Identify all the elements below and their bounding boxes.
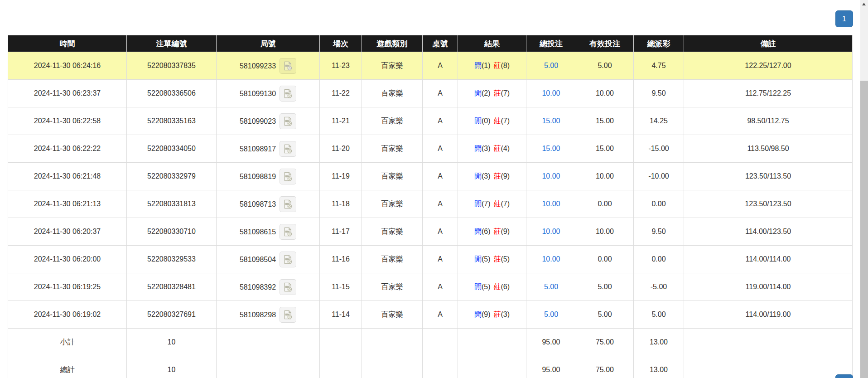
video-replay-button[interactable] [280,307,296,323]
cell-bet-id: 522080334050 [127,135,217,163]
cell-total-bet: 5.00 [526,301,576,329]
result-player-label: 閒 [474,200,482,208]
cell-total-payout: 0.00 [634,190,684,218]
cell-bet-id: 522080337835 [127,52,217,80]
cell-valid-bet: 0.00 [576,246,634,273]
total-bet-link[interactable]: 10.00 [542,172,560,180]
cell-total-payout: 4.75 [634,52,684,80]
grand-total-valid-bet: 75.00 [576,356,634,378]
total-bet-link[interactable]: 5.00 [544,62,558,69]
subtotal-valid-bet: 75.00 [576,329,634,356]
table-row: 2024-11-30 06:22:22 522080334050 5810989… [8,135,853,163]
cell-remark: 123.50/113.50 [684,163,853,190]
cell-session: 11-19 [320,163,362,190]
video-file-icon [283,227,293,237]
result-banker-label: 莊 [494,62,501,69]
cell-bet-id: 522080327691 [127,301,217,329]
result-banker-value: (6) [501,283,510,291]
result-banker-value: (7) [501,117,510,125]
cell-valid-bet: 5.00 [576,301,634,329]
cell-game-type: 百家樂 [362,107,423,135]
subtotal-empty-result [458,329,526,356]
grand-total-empty-game-type [362,356,423,378]
round-number: 581098917 [240,145,276,152]
cell-valid-bet: 0.00 [576,190,634,218]
subtotal-empty-session [320,329,362,356]
video-replay-button[interactable] [280,279,296,295]
cell-session: 11-17 [320,218,362,246]
subtotal-label: 小計 [8,329,127,356]
total-bet-link[interactable]: 15.00 [542,145,560,152]
cell-remark: 113.50/98.50 [684,135,853,163]
result-player-label: 閒 [474,172,482,180]
grand-total-total-payout: 13.00 [634,356,684,378]
result-player-value: (3) [482,172,491,180]
pagination-page-1-button[interactable]: 1 [835,10,853,27]
video-replay-button[interactable] [280,169,296,184]
round-number: 581098392 [240,283,276,291]
cell-bet-id: 522080329533 [127,246,217,273]
cell-remark: 119.00/114.00 [684,273,853,301]
total-bet-link[interactable]: 5.00 [544,310,558,318]
cell-time: 2024-11-30 06:19:02 [8,301,127,329]
scrollbar-up-arrow-icon[interactable] [862,3,866,5]
table-footer: 小計 10 95.00 75.00 13.00 總計 10 95.00 75.0… [8,329,853,378]
header-game-type: 遊戲類別 [362,35,423,52]
result-player-value: (3) [482,145,491,152]
cell-total-bet: 10.00 [526,218,576,246]
vertical-scrollbar[interactable] [860,0,868,378]
subtotal-empty-remark [684,329,853,356]
grand-total-row: 總計 10 95.00 75.00 13.00 [8,356,853,378]
cell-valid-bet: 5.00 [576,52,634,80]
video-replay-button[interactable] [280,224,296,240]
total-bet-link[interactable]: 5.00 [544,283,558,291]
cell-remark: 112.75/122.25 [684,80,853,107]
header-result: 結果 [458,35,526,52]
video-replay-button[interactable] [280,86,296,102]
cell-result: 閒(2)莊(7) [458,80,526,107]
result-player-label: 閒 [474,255,482,263]
cell-valid-bet: 5.00 [576,273,634,301]
result-player-label: 閒 [474,62,482,69]
cell-total-payout: 9.50 [634,80,684,107]
table-body: 2024-11-30 06:24:16 522080337835 5810992… [8,52,853,329]
video-replay-button[interactable] [280,141,296,157]
round-number: 581098713 [240,200,276,208]
cell-remark: 114.00/123.50 [684,218,853,246]
video-replay-button[interactable] [280,58,296,74]
video-replay-button[interactable] [280,252,296,267]
cell-time: 2024-11-30 06:22:58 [8,107,127,135]
video-replay-button[interactable] [280,113,296,129]
video-file-icon [283,282,293,292]
subtotal-empty-round [217,329,320,356]
total-bet-link[interactable]: 10.00 [542,89,560,97]
cell-total-bet: 10.00 [526,246,576,273]
round-number: 581098819 [240,172,276,180]
total-bet-link[interactable]: 10.00 [542,200,560,208]
total-bet-link[interactable]: 15.00 [542,117,560,125]
video-file-icon [283,171,293,182]
cell-game-type: 百家樂 [362,301,423,329]
pagination-page-1-button-bottom[interactable]: 1 [835,374,853,378]
cell-total-bet: 15.00 [526,135,576,163]
total-bet-link[interactable]: 10.00 [542,228,560,235]
cell-session: 11-18 [320,190,362,218]
scrollbar-thumb[interactable] [860,81,868,378]
cell-round: 581098298 [217,301,320,329]
subtotal-empty-game-type [362,329,423,356]
cell-total-payout: -5.00 [634,273,684,301]
cell-time: 2024-11-30 06:24:16 [8,52,127,80]
subtotal-count: 10 [127,329,217,356]
subtotal-empty-table-no [423,329,458,356]
cell-session: 11-14 [320,301,362,329]
cell-session: 11-20 [320,135,362,163]
video-replay-button[interactable] [280,196,296,212]
total-bet-link[interactable]: 10.00 [542,255,560,263]
header-valid-bet: 有效投注 [576,35,634,52]
result-banker-value: (9) [501,172,510,180]
grand-total-empty-result [458,356,526,378]
cell-bet-id: 522080330710 [127,218,217,246]
grand-total-total-bet: 95.00 [526,356,576,378]
table-row: 2024-11-30 06:22:58 522080335163 5810990… [8,107,853,135]
table-row: 2024-11-30 06:23:37 522080336506 5810991… [8,80,853,107]
